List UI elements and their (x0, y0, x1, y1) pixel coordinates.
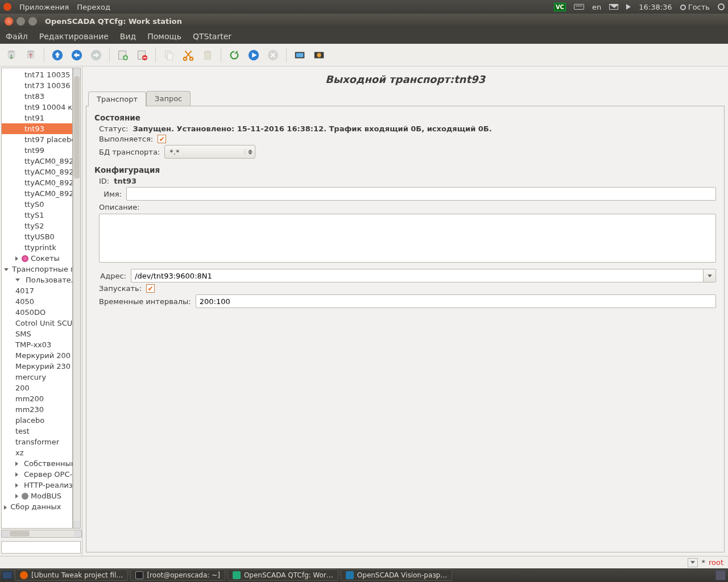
module2-button[interactable] (311, 47, 327, 63)
tree-item[interactable]: tnt93 (2, 123, 72, 134)
tree-item[interactable]: Сервер OPC-UA (2, 469, 72, 480)
tree-item[interactable]: Сокеты (2, 253, 72, 264)
menu-file[interactable]: Файл (6, 32, 28, 41)
start-checkbox[interactable] (146, 284, 155, 293)
tree-item[interactable]: mm200 (2, 393, 72, 404)
menu-goto[interactable]: Переход (77, 3, 110, 11)
task-vision[interactable]: OpenSCADA Vision-разр… (341, 569, 452, 581)
tree-item[interactable]: ttyACM0_892 (2, 167, 72, 177)
start-button[interactable] (246, 47, 262, 63)
tab-request[interactable]: Запрос (146, 91, 191, 106)
tree-item[interactable]: ttyUSB0 (2, 231, 72, 242)
copy-button[interactable] (161, 47, 177, 63)
tree-item[interactable]: ModBUS (2, 490, 72, 501)
running-checkbox[interactable] (158, 135, 166, 143)
titlebar[interactable]: OpenSCADA QTCfg: Work station (0, 14, 728, 28)
db-load-button[interactable] (3, 47, 19, 63)
db-select[interactable]: *.* (164, 145, 255, 159)
mail-icon[interactable] (609, 4, 618, 10)
tree-item[interactable]: Cotrol Unit SCU7 (2, 318, 72, 329)
tree-item[interactable]: placebo (2, 415, 72, 426)
user-menu[interactable]: Гость (680, 3, 710, 11)
tree-item[interactable]: tnt83 (2, 91, 72, 102)
window-maximize-icon[interactable] (28, 17, 37, 26)
tree-item[interactable]: Меркурий 230 (2, 361, 72, 372)
tree-item[interactable]: Пользовательск (2, 275, 72, 285)
desc-textarea[interactable] (99, 214, 716, 263)
tree-item[interactable]: ttyS2 (2, 221, 72, 231)
task-qtcfg[interactable]: OpenSCADA QTCfg: Wor… (228, 569, 338, 581)
tree-view[interactable]: tnt71 10035tnt73 10036 Ktnt83tnt9 10004 … (2, 68, 72, 528)
nav-forward-button[interactable] (88, 47, 104, 63)
tree-item[interactable]: Собственный пр (2, 458, 72, 469)
tree-item[interactable]: tnt99 (2, 145, 72, 156)
tree-item[interactable]: 4017 (2, 285, 72, 296)
lang-indicator[interactable]: en (592, 3, 601, 11)
cut-button[interactable] (180, 47, 196, 63)
vnc-icon[interactable]: VC (554, 3, 566, 11)
menu-applications[interactable]: Приложения (19, 3, 69, 11)
nav-up-button[interactable] (49, 47, 65, 63)
tab-transport[interactable]: Транспорт (88, 92, 146, 106)
tree-item[interactable]: ttyACM0_892 (2, 177, 72, 188)
tree-item[interactable]: tnt73 10036 K (2, 80, 72, 91)
tree-item[interactable]: mercury (2, 372, 72, 383)
tree-item[interactable]: 4050DO (2, 307, 72, 318)
tray-icon[interactable] (715, 570, 726, 580)
tree-item[interactable]: tnt9 10004 ко (2, 102, 72, 113)
tree-item[interactable]: tnt71 10035 (2, 69, 72, 80)
task-terminal[interactable]: [root@openscada: ~] (130, 569, 225, 581)
keyboard-icon[interactable] (574, 4, 584, 10)
refresh-button[interactable] (226, 47, 242, 63)
paste-button[interactable] (200, 47, 216, 63)
tree-item[interactable]: transformer (2, 436, 72, 447)
tree-item[interactable]: xz (2, 447, 72, 458)
module1-button[interactable] (292, 47, 308, 63)
name-input[interactable] (126, 187, 716, 201)
tree-item[interactable]: Сбор данных (2, 501, 72, 512)
system-gear-icon[interactable] (718, 3, 725, 10)
tree-item[interactable]: HTTP-реализаци (2, 480, 72, 490)
addr-dropdown-button[interactable] (704, 269, 716, 282)
tab-content: Состояние Статус: Запущен. Установлено: … (86, 106, 725, 552)
task-firefox[interactable]: [Ubuntu Tweak project fil… (15, 569, 128, 581)
tree-item[interactable]: Транспортные прот (2, 264, 72, 275)
tree-item[interactable]: mm230 (2, 404, 72, 415)
tree-item[interactable]: ttyS0 (2, 199, 72, 210)
tree-item[interactable]: test (2, 426, 72, 436)
svg-rect-10 (167, 53, 172, 60)
tree-vscrollbar[interactable] (73, 68, 81, 529)
tree-item[interactable]: 4050 (2, 296, 72, 307)
tree-search (1, 541, 81, 554)
tree-search-input[interactable] (1, 541, 81, 554)
tree-item[interactable]: ttyprintk (2, 242, 72, 253)
status-dropdown[interactable] (688, 558, 698, 567)
db-save-button[interactable] (23, 47, 39, 63)
tree-item[interactable]: Меркурий 200 (2, 350, 72, 361)
item-add-button[interactable] (115, 47, 131, 63)
window-minimize-icon[interactable] (16, 17, 25, 26)
stop-button[interactable] (265, 47, 281, 63)
timings-input[interactable] (196, 294, 716, 308)
menu-edit[interactable]: Редактирование (39, 32, 109, 41)
item-delete-button[interactable] (134, 47, 150, 63)
clock[interactable]: 16:38:36 (639, 3, 672, 11)
menu-help[interactable]: Помощь (147, 32, 181, 41)
volume-icon[interactable] (626, 4, 631, 10)
ubuntu-logo-icon[interactable] (3, 3, 11, 11)
show-desktop-icon[interactable] (2, 571, 13, 579)
tree-item[interactable]: tnt91 (2, 113, 72, 123)
tree-item[interactable]: SMS (2, 329, 72, 339)
tree-hscrollbar[interactable] (1, 530, 82, 538)
tree-item[interactable]: 200 (2, 383, 72, 393)
menu-qtstarter[interactable]: QTStarter (193, 32, 231, 41)
window-close-icon[interactable] (5, 17, 13, 26)
tree-item[interactable]: tnt97 placebo (2, 134, 72, 145)
tree-item[interactable]: ttyACM0_892 (2, 156, 72, 167)
menu-view[interactable]: Вид (120, 32, 136, 41)
tree-item[interactable]: ttyS1 (2, 210, 72, 221)
tree-item[interactable]: ttyACM0_892 (2, 188, 72, 199)
tree-item[interactable]: TMP-xx03 (2, 339, 72, 350)
addr-input[interactable] (131, 269, 704, 282)
nav-back-button[interactable] (69, 47, 85, 63)
